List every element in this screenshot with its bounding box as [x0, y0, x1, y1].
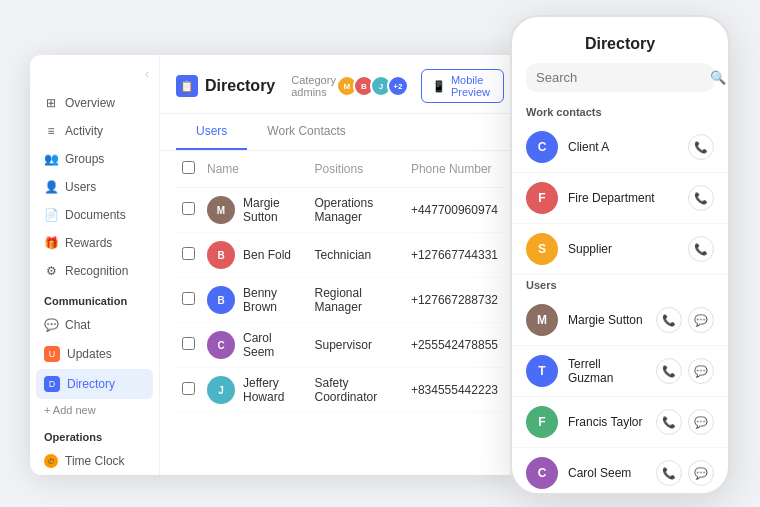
users-label: Users [512, 275, 728, 295]
user-name-4: Carol Seem [568, 466, 646, 480]
sidebar-item-directory[interactable]: D Directory [36, 369, 153, 399]
phone-search-input[interactable] [536, 70, 704, 85]
col-name: Name [201, 151, 309, 188]
row-name-1: Ben Fold [243, 248, 291, 262]
row-avatar-0: M [207, 196, 235, 224]
row-position-1: Technician [309, 233, 405, 278]
user-margie[interactable]: M Margie Sutton 📞 💬 [512, 295, 728, 346]
call-btn-2[interactable]: 📞 [688, 185, 714, 211]
user-msg-btn-3[interactable]: 💬 [688, 409, 714, 435]
directory-icon: D [44, 376, 60, 392]
row-position-0: Operations Manager [309, 188, 405, 233]
users-table: Name Positions Phone Number M Margie Sut… [176, 151, 504, 413]
user-msg-btn-4[interactable]: 💬 [688, 460, 714, 486]
user-call-btn-1[interactable]: 📞 [656, 307, 682, 333]
user-avatar-1: M [526, 304, 558, 336]
sidebar: ‹ ⊞ Overview ≡ Activity 👥 Groups 👤 Users… [30, 55, 160, 475]
user-avatar-2: T [526, 355, 558, 387]
row-checkbox-3[interactable] [182, 337, 195, 350]
table-wrap: Name Positions Phone Number M Margie Sut… [160, 151, 520, 475]
user-francis[interactable]: F Francis Taylor 📞 💬 [512, 397, 728, 448]
sidebar-item-rewards[interactable]: 🎁 Rewards [30, 229, 159, 257]
sidebar-item-updates[interactable]: U Updates [30, 339, 159, 369]
user-name-2: Terrell Guzman [568, 357, 646, 385]
groups-icon: 👥 [44, 152, 58, 166]
row-avatar-3: C [207, 331, 235, 359]
directory-title-icon: 📋 [176, 75, 198, 97]
gift-icon: 🎁 [44, 236, 58, 250]
table-row: M Margie Sutton Operations Manager +4477… [176, 188, 504, 233]
main-content: 📋 Directory Category admins M B J +2 📱 M… [160, 55, 520, 475]
row-checkbox-4[interactable] [182, 382, 195, 395]
tab-work-contacts[interactable]: Work Contacts [247, 114, 365, 150]
category-admins: Category admins M B J +2 [291, 74, 409, 98]
admin-avatar-count: +2 [387, 75, 409, 97]
sidebar-collapse-btn[interactable]: ‹ [30, 67, 159, 89]
contact-name-2: Fire Department [568, 191, 678, 205]
row-name-0: Margie Sutton [243, 196, 303, 224]
clock-icon: ⏱ [44, 454, 58, 468]
table-row: J Jeffery Howard Safety Coordinator +834… [176, 368, 504, 413]
contact-avatar-1: C [526, 131, 558, 163]
select-all-checkbox[interactable] [182, 161, 195, 174]
row-checkbox-1[interactable] [182, 247, 195, 260]
sidebar-item-chat[interactable]: 💬 Chat [30, 311, 159, 339]
sidebar-item-users[interactable]: 👤 Users [30, 173, 159, 201]
tab-users[interactable]: Users [176, 114, 247, 150]
user-msg-btn-1[interactable]: 💬 [688, 307, 714, 333]
updates-icon: U [44, 346, 60, 362]
call-btn-3[interactable]: 📞 [688, 236, 714, 262]
row-position-3: Supervisor [309, 323, 405, 368]
row-checkbox-0[interactable] [182, 202, 195, 215]
row-avatar-1: B [207, 241, 235, 269]
add-new-btn[interactable]: + Add new [30, 399, 159, 421]
col-phone: Phone Number [405, 151, 504, 188]
contact-name-1: Client A [568, 140, 678, 154]
user-call-btn-2[interactable]: 📞 [656, 358, 682, 384]
scene: ‹ ⊞ Overview ≡ Activity 👥 Groups 👤 Users… [0, 0, 760, 507]
work-contact-fire[interactable]: F Fire Department 📞 [512, 173, 728, 224]
table-row: C Carol Seem Supervisor +255542478855 [176, 323, 504, 368]
row-phone-2: +127667288732 [405, 278, 504, 323]
row-name-4: Jeffery Howard [243, 376, 303, 404]
row-position-2: Regional Manager [309, 278, 405, 323]
row-position-4: Safety Coordinator [309, 368, 405, 413]
user-terrell[interactable]: T Terrell Guzman 📞 💬 [512, 346, 728, 397]
activity-icon: ≡ [44, 124, 58, 138]
chat-icon: 💬 [44, 318, 58, 332]
communication-section-label: Communication [30, 285, 159, 311]
phone-search-bar[interactable]: 🔍 [526, 63, 714, 92]
row-checkbox-2[interactable] [182, 292, 195, 305]
sidebar-item-groups[interactable]: 👥 Groups [30, 145, 159, 173]
row-name-2: Benny Brown [243, 286, 303, 314]
phone-title: Directory [512, 17, 728, 63]
sidebar-item-recognition[interactable]: ⚙ Recognition [30, 257, 159, 285]
row-phone-3: +255542478855 [405, 323, 504, 368]
user-icon: 👤 [44, 180, 58, 194]
file-icon: 📄 [44, 208, 58, 222]
row-avatar-4: J [207, 376, 235, 404]
sidebar-item-activity[interactable]: ≡ Activity [30, 117, 159, 145]
contact-avatar-2: F [526, 182, 558, 214]
main-header: 📋 Directory Category admins M B J +2 📱 M… [160, 55, 520, 114]
directory-title: 📋 Directory [176, 75, 275, 97]
phone-search-icon: 🔍 [710, 70, 726, 85]
user-call-btn-4[interactable]: 📞 [656, 460, 682, 486]
user-avatar-3: F [526, 406, 558, 438]
operations-section-label: Operations [30, 421, 159, 447]
work-contact-client-a[interactable]: C Client A 📞 [512, 122, 728, 173]
admin-avatars: M B J +2 [341, 75, 409, 97]
sidebar-item-timeclock[interactable]: ⏱ Time Clock [30, 447, 159, 475]
sidebar-item-documents[interactable]: 📄 Documents [30, 201, 159, 229]
user-carol[interactable]: C Carol Seem 📞 💬 [512, 448, 728, 493]
call-btn-1[interactable]: 📞 [688, 134, 714, 160]
sidebar-item-overview[interactable]: ⊞ Overview [30, 89, 159, 117]
user-msg-btn-2[interactable]: 💬 [688, 358, 714, 384]
phone-list: Work contacts C Client A 📞 F Fire Depart… [512, 102, 728, 493]
user-call-btn-3[interactable]: 📞 [656, 409, 682, 435]
mobile-preview-btn[interactable]: 📱 Mobile Preview [421, 69, 504, 103]
work-contact-supplier[interactable]: S Supplier 📞 [512, 224, 728, 275]
tabs: Users Work Contacts [160, 114, 520, 151]
col-positions: Positions [309, 151, 405, 188]
work-contacts-label: Work contacts [512, 102, 728, 122]
